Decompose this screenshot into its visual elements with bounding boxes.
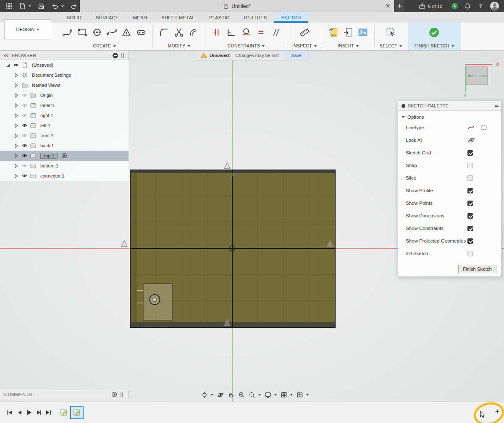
finish-sketch-button[interactable]: Finish Sketch [458, 265, 496, 273]
clock-icon[interactable] [451, 3, 458, 10]
browser-row-label[interactable]: inner:1 [40, 103, 55, 108]
tab-sketch[interactable]: SKETCH [274, 12, 308, 23]
visibility-eye-icon[interactable] [22, 133, 30, 138]
skip-to-start-icon[interactable] [5, 408, 15, 418]
timeline-sketch-feature-selected[interactable] [70, 406, 84, 419]
browser-row-back[interactable]: back:1 [0, 141, 129, 151]
modify-menu-label[interactable]: MODIFY [168, 43, 185, 48]
measure-icon[interactable] [298, 26, 311, 39]
show-points-checkbox[interactable] [467, 201, 473, 206]
browser-row-label[interactable]: front:1 [40, 133, 53, 138]
constraint-equal-icon[interactable] [255, 26, 267, 39]
panel-drag-handle[interactable] [121, 53, 122, 58]
expand-panel-icon[interactable]: ▸▸ [495, 103, 498, 109]
browser-row-front[interactable]: front:1 [0, 131, 129, 141]
document-tab[interactable]: Untitled* [80, 0, 394, 12]
visibility-eye-icon[interactable] [13, 63, 22, 68]
skip-to-end-icon[interactable] [44, 408, 53, 418]
expand-arrow-icon[interactable] [14, 154, 22, 158]
browser-row-named-views[interactable]: Named Views [0, 80, 129, 90]
save-button[interactable]: Save [285, 51, 308, 60]
close-icon[interactable] [385, 3, 391, 8]
show-projected-checkbox[interactable] [467, 238, 473, 244]
notifications-icon[interactable] [465, 3, 471, 10]
sketch-grid-checkbox[interactable] [467, 150, 473, 156]
new-tab-button[interactable] [394, 0, 404, 12]
panel-drag-handle[interactable] [121, 392, 121, 397]
add-comment-icon[interactable] [111, 392, 117, 397]
expand-arrow-icon[interactable] [14, 123, 22, 128]
panel-minimize-icon[interactable] [113, 53, 118, 58]
create-menu-label[interactable]: CREATE [93, 43, 111, 48]
spline-icon[interactable] [105, 26, 118, 39]
browser-row-label[interactable]: back:1 [40, 143, 54, 148]
visibility-eye-icon[interactable] [22, 153, 30, 158]
visibility-eye-icon[interactable] [22, 163, 30, 168]
select-icon[interactable] [384, 26, 397, 39]
browser-row-label[interactable]: Origin [40, 93, 52, 98]
trim-icon[interactable] [173, 26, 185, 39]
browser-row-label[interactable]: Named Views [32, 83, 60, 88]
browser-row-label[interactable]: top:1 [40, 153, 58, 159]
circle-icon[interactable] [91, 26, 103, 39]
insert-svg-icon[interactable]: SVG [327, 26, 340, 39]
group-finish-sketch[interactable]: FINISH SKETCH [408, 23, 461, 50]
browser-row-label[interactable]: (Unsaved) [32, 63, 53, 68]
expand-arrow-icon[interactable] [14, 174, 22, 178]
insert-menu-label[interactable]: INSERT [338, 43, 354, 48]
pan-icon[interactable] [228, 392, 234, 398]
browser-row-label[interactable]: connector:1 [40, 173, 64, 178]
visibility-eye-icon[interactable] [22, 143, 30, 148]
constraint-parallel-icon[interactable] [269, 26, 282, 39]
browser-row-left[interactable]: left:1 [0, 120, 129, 131]
browser-row-document-settings[interactable]: Document Settings [0, 70, 129, 80]
section-collapse-icon[interactable] [402, 116, 405, 120]
visibility-eye-icon[interactable] [22, 93, 30, 98]
line-icon[interactable] [61, 26, 74, 39]
job-status-button[interactable]: 6 of 10 [416, 0, 445, 12]
expand-arrow-icon[interactable] [14, 164, 22, 168]
expand-arrow-icon[interactable] [6, 63, 13, 68]
tab-utilities[interactable]: UTILITIES [237, 12, 274, 23]
workspace-switcher[interactable]: DESIGN [4, 19, 51, 39]
look-at-icon[interactable] [217, 392, 224, 398]
constraint-vertical-icon[interactable] [210, 26, 223, 39]
tab-surface[interactable]: SURFACE [89, 12, 126, 23]
activate-radio-icon[interactable] [61, 153, 67, 159]
show-profile-checkbox[interactable] [467, 188, 473, 193]
show-dimensions-checkbox[interactable] [467, 213, 473, 219]
browser-row-label[interactable]: Document Settings [32, 73, 71, 78]
browser-row-label[interactable]: left:1 [40, 123, 50, 128]
snap-checkbox[interactable] [467, 163, 473, 168]
browser-row-inner[interactable]: inner:1 [0, 100, 129, 110]
display-settings-icon[interactable] [265, 392, 277, 398]
finish-sketch-label[interactable]: FINISH SKETCH [415, 43, 449, 48]
grid-settings-icon[interactable] [281, 392, 293, 398]
browser-row-bottom[interactable]: bottom:1 [0, 161, 129, 171]
undo-icon[interactable] [49, 0, 66, 12]
polygon-icon[interactable] [120, 26, 133, 39]
browser-row-right[interactable]: right:1 [0, 110, 129, 120]
browser-row-label[interactable]: bottom:1 [40, 163, 58, 168]
tab-plastic[interactable]: PLASTIC [202, 12, 237, 23]
expand-arrow-icon[interactable] [14, 133, 22, 138]
save-icon[interactable] [35, 0, 47, 12]
expand-arrow-icon[interactable] [14, 83, 22, 88]
step-back-icon[interactable] [15, 408, 24, 418]
sketch-palette-header[interactable]: SKETCH PALETTE ▸▸ [398, 101, 501, 111]
constraint-perpendicular-icon[interactable] [225, 26, 238, 39]
viewcube[interactable]: X Y BOTTOM [460, 58, 504, 100]
avatar[interactable] [490, 2, 499, 10]
browser-row-top[interactable]: top:1 [0, 151, 129, 161]
visibility-eye-icon[interactable] [22, 103, 30, 108]
insert-dxf-icon[interactable] [342, 26, 354, 39]
browser-row-origin[interactable]: Origin [0, 90, 129, 100]
expand-arrow-icon[interactable] [14, 144, 22, 148]
visibility-eye-icon[interactable] [22, 173, 30, 178]
constraints-menu-label[interactable]: CONSTRAINTS [228, 43, 260, 48]
linetype-spline-icon[interactable] [467, 125, 475, 131]
canvas-image-icon[interactable] [357, 26, 369, 39]
tab-sheet-metal[interactable]: SHEET METAL [154, 12, 202, 23]
constraint-tangent-icon[interactable] [240, 26, 252, 39]
browser-row-connector[interactable]: connector:1 [0, 171, 129, 181]
